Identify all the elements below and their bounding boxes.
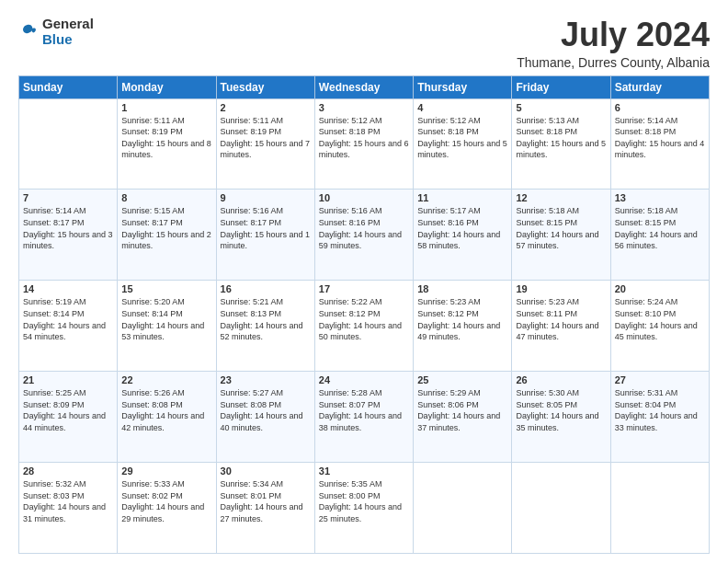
col-wednesday: Wednesday: [314, 75, 413, 98]
day-number: 13: [615, 192, 705, 203]
logo-text: General Blue: [42, 17, 94, 47]
calendar-cell: 20 Sunrise: 5:24 AM Sunset: 8:10 PM Dayl…: [610, 281, 709, 372]
day-info: Sunrise: 5:19 AM Sunset: 8:14 PM Dayligh…: [23, 296, 113, 342]
calendar-cell: [610, 463, 709, 554]
day-info: Sunrise: 5:12 AM Sunset: 8:18 PM Dayligh…: [417, 115, 507, 161]
day-info: Sunrise: 5:16 AM Sunset: 8:17 PM Dayligh…: [221, 205, 311, 251]
calendar-table: Sunday Monday Tuesday Wednesday Thursday…: [18, 75, 710, 554]
day-info: Sunrise: 5:18 AM Sunset: 8:15 PM Dayligh…: [615, 205, 705, 251]
day-info: Sunrise: 5:13 AM Sunset: 8:18 PM Dayligh…: [516, 115, 606, 161]
day-info: Sunrise: 5:22 AM Sunset: 8:12 PM Dayligh…: [319, 296, 409, 342]
day-info: Sunrise: 5:29 AM Sunset: 8:06 PM Dayligh…: [417, 387, 507, 433]
col-thursday: Thursday: [414, 75, 512, 98]
calendar-cell: 18 Sunrise: 5:23 AM Sunset: 8:12 PM Dayl…: [414, 281, 512, 372]
day-info: Sunrise: 5:16 AM Sunset: 8:16 PM Dayligh…: [319, 205, 409, 251]
calendar-cell: 8 Sunrise: 5:15 AM Sunset: 8:17 PM Dayli…: [118, 190, 216, 281]
day-info: Sunrise: 5:23 AM Sunset: 8:12 PM Dayligh…: [417, 296, 507, 342]
day-info: Sunrise: 5:14 AM Sunset: 8:18 PM Dayligh…: [615, 115, 705, 161]
month-title: July 2024: [517, 17, 710, 53]
col-sunday: Sunday: [19, 75, 118, 98]
calendar-week-1: 1 Sunrise: 5:11 AM Sunset: 8:19 PM Dayli…: [19, 98, 710, 190]
calendar-week-5: 28 Sunrise: 5:32 AM Sunset: 8:03 PM Dayl…: [19, 463, 710, 554]
day-number: 2: [221, 102, 311, 113]
day-number: 26: [516, 374, 606, 385]
calendar-cell: 25 Sunrise: 5:29 AM Sunset: 8:06 PM Dayl…: [414, 372, 512, 463]
calendar-cell: 3 Sunrise: 5:12 AM Sunset: 8:18 PM Dayli…: [314, 98, 413, 190]
day-info: Sunrise: 5:27 AM Sunset: 8:08 PM Dayligh…: [221, 387, 311, 433]
col-friday: Friday: [512, 75, 610, 98]
day-info: Sunrise: 5:23 AM Sunset: 8:11 PM Dayligh…: [516, 296, 606, 342]
col-tuesday: Tuesday: [216, 75, 314, 98]
calendar-cell: 24 Sunrise: 5:28 AM Sunset: 8:07 PM Dayl…: [314, 372, 413, 463]
page: General Blue July 2024 Thumane, Durres C…: [0, 0, 728, 563]
calendar-cell: 2 Sunrise: 5:11 AM Sunset: 8:19 PM Dayli…: [216, 98, 314, 190]
logo-general: General: [42, 16, 94, 31]
day-number: 14: [23, 283, 113, 294]
day-number: 22: [121, 374, 211, 385]
header: General Blue July 2024 Thumane, Durres C…: [18, 17, 710, 70]
day-info: Sunrise: 5:14 AM Sunset: 8:17 PM Dayligh…: [23, 205, 113, 251]
calendar-cell: 4 Sunrise: 5:12 AM Sunset: 8:18 PM Dayli…: [414, 98, 512, 190]
calendar-cell: 19 Sunrise: 5:23 AM Sunset: 8:11 PM Dayl…: [512, 281, 610, 372]
day-number: 11: [417, 192, 507, 203]
day-number: 27: [615, 374, 705, 385]
calendar-cell: 30 Sunrise: 5:34 AM Sunset: 8:01 PM Dayl…: [216, 463, 314, 554]
day-number: 4: [417, 102, 507, 113]
day-number: 21: [23, 374, 113, 385]
day-number: 20: [615, 283, 705, 294]
calendar-cell: 16 Sunrise: 5:21 AM Sunset: 8:13 PM Dayl…: [216, 281, 314, 372]
day-number: 28: [23, 465, 113, 477]
location: Thumane, Durres County, Albania: [517, 55, 710, 70]
day-info: Sunrise: 5:28 AM Sunset: 8:07 PM Dayligh…: [319, 387, 409, 433]
day-number: 16: [221, 283, 311, 294]
calendar-cell: 14 Sunrise: 5:19 AM Sunset: 8:14 PM Dayl…: [19, 281, 118, 372]
calendar-cell: 28 Sunrise: 5:32 AM Sunset: 8:03 PM Dayl…: [19, 463, 118, 554]
day-info: Sunrise: 5:32 AM Sunset: 8:03 PM Dayligh…: [23, 478, 113, 524]
day-number: 17: [319, 283, 409, 294]
calendar-cell: 5 Sunrise: 5:13 AM Sunset: 8:18 PM Dayli…: [512, 98, 610, 190]
day-info: Sunrise: 5:11 AM Sunset: 8:19 PM Dayligh…: [121, 115, 211, 161]
calendar-cell: 23 Sunrise: 5:27 AM Sunset: 8:08 PM Dayl…: [216, 372, 314, 463]
day-info: Sunrise: 5:34 AM Sunset: 8:01 PM Dayligh…: [221, 478, 311, 524]
day-info: Sunrise: 5:30 AM Sunset: 8:05 PM Dayligh…: [516, 387, 606, 433]
logo-blue: Blue: [42, 31, 73, 47]
col-saturday: Saturday: [610, 75, 709, 98]
calendar-cell: 27 Sunrise: 5:31 AM Sunset: 8:04 PM Dayl…: [610, 372, 709, 463]
day-number: 1: [121, 102, 211, 113]
header-row: Sunday Monday Tuesday Wednesday Thursday…: [19, 75, 710, 98]
day-info: Sunrise: 5:26 AM Sunset: 8:08 PM Dayligh…: [121, 387, 211, 433]
calendar-cell: 6 Sunrise: 5:14 AM Sunset: 8:18 PM Dayli…: [610, 98, 709, 190]
calendar-cell: 11 Sunrise: 5:17 AM Sunset: 8:16 PM Dayl…: [414, 190, 512, 281]
day-number: 3: [319, 102, 409, 113]
day-info: Sunrise: 5:35 AM Sunset: 8:00 PM Dayligh…: [319, 478, 409, 524]
day-info: Sunrise: 5:17 AM Sunset: 8:16 PM Dayligh…: [417, 205, 507, 251]
day-number: 29: [121, 465, 211, 477]
logo: General Blue: [18, 17, 94, 47]
day-number: 31: [319, 465, 409, 477]
calendar-cell: 13 Sunrise: 5:18 AM Sunset: 8:15 PM Dayl…: [610, 190, 709, 281]
day-info: Sunrise: 5:18 AM Sunset: 8:15 PM Dayligh…: [516, 205, 606, 251]
calendar-cell: 17 Sunrise: 5:22 AM Sunset: 8:12 PM Dayl…: [314, 281, 413, 372]
col-monday: Monday: [118, 75, 216, 98]
calendar-cell: 12 Sunrise: 5:18 AM Sunset: 8:15 PM Dayl…: [512, 190, 610, 281]
calendar-cell: 7 Sunrise: 5:14 AM Sunset: 8:17 PM Dayli…: [19, 190, 118, 281]
day-info: Sunrise: 5:33 AM Sunset: 8:02 PM Dayligh…: [121, 478, 211, 524]
day-number: 5: [516, 102, 606, 113]
day-number: 7: [23, 192, 113, 203]
calendar-cell: 15 Sunrise: 5:20 AM Sunset: 8:14 PM Dayl…: [118, 281, 216, 372]
day-number: 24: [319, 374, 409, 385]
calendar-cell: 31 Sunrise: 5:35 AM Sunset: 8:00 PM Dayl…: [314, 463, 413, 554]
day-number: 6: [615, 102, 705, 113]
calendar-cell: [512, 463, 610, 554]
day-number: 9: [221, 192, 311, 203]
day-info: Sunrise: 5:21 AM Sunset: 8:13 PM Dayligh…: [221, 296, 311, 342]
calendar-week-3: 14 Sunrise: 5:19 AM Sunset: 8:14 PM Dayl…: [19, 281, 710, 372]
day-number: 15: [121, 283, 211, 294]
day-info: Sunrise: 5:15 AM Sunset: 8:17 PM Dayligh…: [121, 205, 211, 251]
calendar-cell: [414, 463, 512, 554]
title-block: July 2024 Thumane, Durres County, Albani…: [517, 17, 710, 70]
day-number: 10: [319, 192, 409, 203]
day-number: 8: [121, 192, 211, 203]
day-info: Sunrise: 5:20 AM Sunset: 8:14 PM Dayligh…: [121, 296, 211, 342]
calendar-cell: 21 Sunrise: 5:25 AM Sunset: 8:09 PM Dayl…: [19, 372, 118, 463]
